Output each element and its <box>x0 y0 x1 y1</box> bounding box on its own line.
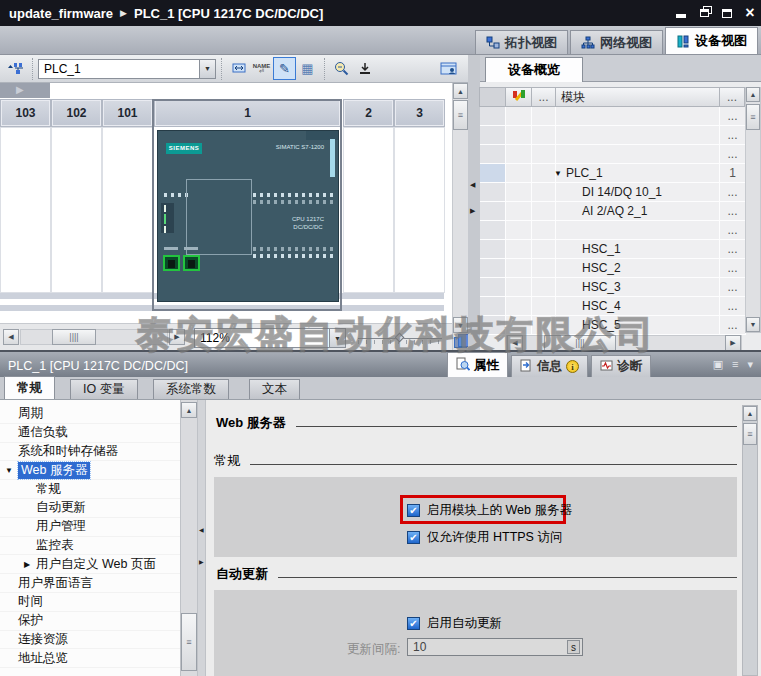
tab-network-view[interactable]: 网络视图 <box>570 30 663 54</box>
zoom-out-button[interactable] <box>330 57 353 80</box>
device-select-dropdown-icon[interactable]: ▼ <box>199 60 215 78</box>
slot-body-2[interactable] <box>343 127 394 293</box>
content-vscrollbar-thumb[interactable]: ≡ <box>743 423 757 445</box>
scroll-down-button[interactable]: ▼ <box>453 317 468 333</box>
nav-item-web-general[interactable]: 常规 <box>0 480 180 499</box>
col-header-module[interactable]: 模块 <box>555 87 720 107</box>
table-row[interactable]: ... <box>480 221 746 240</box>
slot-header-101[interactable]: 101 <box>102 99 153 127</box>
zoom-level-combobox[interactable]: 112% ▼ <box>194 328 346 348</box>
nav-item-system-clock-memory[interactable]: 系统和时钟存储器 <box>0 443 180 462</box>
tab-device-overview[interactable]: 设备概览 <box>485 57 583 82</box>
horizontal-scrollbar-thumb[interactable]: |||| <box>52 329 96 345</box>
collapse-left-icon[interactable]: ◀ <box>470 181 475 189</box>
edit-pen-button[interactable]: ✎ <box>273 57 296 80</box>
nav-item-address-overview[interactable]: 地址总览 <box>0 649 180 668</box>
table-row[interactable]: HSC_4 ... <box>480 297 746 316</box>
table-row[interactable]: AI 2/AQ 2_1 ... <box>480 202 746 221</box>
nav-vscrollbar[interactable]: ▲ ≡ <box>180 400 197 676</box>
table-row[interactable]: HSC_2 ... <box>480 259 746 278</box>
enable-auto-update-checkbox[interactable]: ✔ <box>407 617 420 630</box>
overview-hscrollbar-thumb[interactable]: |||| <box>544 335 616 351</box>
tab-diagnostics[interactable]: 诊断 <box>591 355 651 377</box>
plc-module-image[interactable]: SIEMENS SIMATIC S7-1200 CPU 1217CDC/DC/D… <box>157 130 339 302</box>
tab-topology-view[interactable]: 拓扑视图 <box>475 30 568 54</box>
slot-body-3[interactable] <box>394 127 445 293</box>
vertical-scrollbar-thumb[interactable]: ≡ <box>453 100 468 130</box>
zoom-slider[interactable] <box>358 334 442 346</box>
float-panel-icon[interactable]: ▣ <box>713 358 723 371</box>
minimize-button[interactable] <box>674 6 688 20</box>
subtab-io-tags[interactable]: IO 变量 <box>70 379 138 399</box>
table-row-plc1[interactable]: ▼PLC_1 1 <box>480 164 746 183</box>
table-row[interactable]: HSC_3 ... <box>480 278 746 297</box>
collapse-right-icon[interactable]: ▶ <box>470 207 475 215</box>
content-vscrollbar[interactable]: ▲ ≡ <box>742 405 758 676</box>
slot-header-2[interactable]: 2 <box>343 99 394 127</box>
zoom-dropdown-icon[interactable]: ▼ <box>329 329 345 347</box>
slot-header-3[interactable]: 3 <box>394 99 445 127</box>
slot-body-102[interactable] <box>51 127 102 293</box>
nav-item-watch-tables[interactable]: 监控表 <box>0 537 180 556</box>
expand-triangle-icon[interactable]: ▶ <box>24 560 30 569</box>
scroll-up-button[interactable]: ▲ <box>746 87 760 102</box>
undock-network-icon[interactable] <box>4 57 27 80</box>
nav-item-web-server[interactable]: ▼ Web 服务器 <box>0 461 180 480</box>
device-view-vscrollbar[interactable]: ▲ ≡ ▼ <box>452 83 468 350</box>
slot-header-102[interactable]: 102 <box>51 99 102 127</box>
measure-button[interactable] <box>227 57 250 80</box>
tab-properties[interactable]: 属性 <box>447 352 508 377</box>
collapse-right-icon[interactable]: ▶ <box>199 558 204 565</box>
subtab-general[interactable]: 常规 <box>4 376 55 399</box>
panel-list-icon[interactable]: ≡ <box>732 358 738 371</box>
nav-item-cycle[interactable]: 周期 <box>0 405 180 424</box>
update-interval-input[interactable]: 10 s <box>407 638 583 656</box>
scroll-left-button[interactable]: ◀ <box>3 329 19 345</box>
tab-device-view[interactable]: 设备视图 <box>665 27 758 54</box>
col-header-rowselector[interactable] <box>479 87 506 107</box>
table-row[interactable]: DI 14/DQ 10_1 ... <box>480 183 746 202</box>
nav-content-splitter[interactable]: ◀ ▶ <box>197 400 206 676</box>
device-select-combobox[interactable]: PLC_1 ▼ <box>38 59 216 79</box>
slot-body-103[interactable] <box>0 127 51 293</box>
scroll-right-button[interactable]: ▶ <box>725 335 741 351</box>
nav-item-user-management[interactable]: 用户管理 <box>0 518 180 537</box>
overview-vscrollbar-thumb[interactable]: ≡ <box>746 104 760 130</box>
nav-item-user-defined-pages[interactable]: ▶ 用户自定义 Web 页面 <box>0 555 180 574</box>
device-canvas[interactable]: ▶ 103 102 101 1 2 3 SIEMENS SIMATIC S7-1… <box>0 83 452 323</box>
table-row[interactable]: HSC_1 ... <box>480 240 746 259</box>
restore-button[interactable] <box>697 6 711 20</box>
https-only-checkbox[interactable]: ✔ <box>407 531 420 544</box>
enable-webserver-checkbox[interactable]: ✔ <box>407 504 420 517</box>
nav-item-ui-languages[interactable]: 用户界面语言 <box>0 574 180 593</box>
slot-header-103[interactable]: 103 <box>0 99 51 127</box>
scroll-up-button[interactable]: ▲ <box>453 83 468 99</box>
scroll-up-button[interactable]: ▲ <box>743 406 757 421</box>
close-button[interactable]: × <box>743 6 757 20</box>
subtab-system-constants[interactable]: 系统常数 <box>153 379 229 399</box>
scroll-right-button[interactable]: ▶ <box>169 329 185 345</box>
col-header-status[interactable] <box>505 87 532 107</box>
grid-area-button[interactable]: ▦ <box>296 57 319 80</box>
col-header-ellipsis2[interactable]: ... <box>719 87 745 107</box>
collapse-panel-icon[interactable]: ▾ <box>747 358 753 371</box>
scroll-up-button[interactable]: ▲ <box>181 402 197 418</box>
nav-item-protection[interactable]: 保护 <box>0 612 180 631</box>
table-row[interactable]: ... <box>480 107 746 126</box>
maximize-button[interactable] <box>720 6 734 20</box>
expand-triangle-icon[interactable]: ▼ <box>554 169 562 178</box>
collapse-left-icon[interactable]: ◀ <box>199 526 204 533</box>
tab-info[interactable]: 信息 i <box>511 355 588 377</box>
nav-item-automatic-update[interactable]: 自动更新 <box>0 499 180 518</box>
collapse-triangle-icon[interactable]: ▼ <box>5 466 13 475</box>
fit-to-view-button[interactable] <box>353 57 376 80</box>
scroll-left-button[interactable]: ◀ <box>507 335 523 351</box>
col-header-ellipsis[interactable]: ... <box>531 87 556 107</box>
table-row[interactable]: HSC_5 ... <box>480 316 746 335</box>
table-row[interactable]: ... <box>480 126 746 145</box>
nav-item-communication-load[interactable]: 通信负载 <box>0 424 180 443</box>
page-preview-button[interactable] <box>437 57 460 80</box>
overview-hscrollbar-track[interactable] <box>506 335 742 351</box>
name-label-button[interactable]: NAME⏎ <box>250 57 273 80</box>
nav-vscrollbar-thumb[interactable]: ≡ <box>181 613 197 671</box>
